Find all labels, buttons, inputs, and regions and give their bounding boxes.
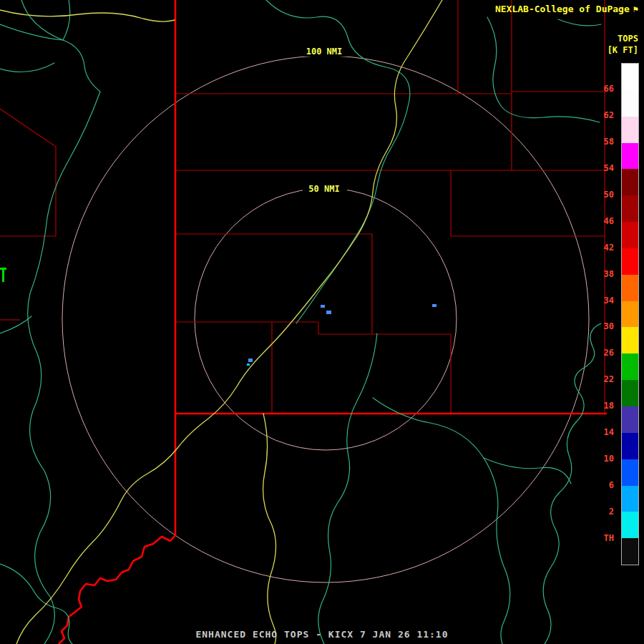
colorbar-label: 62 — [604, 110, 614, 120]
colorbar-label: 34 — [604, 296, 614, 306]
county-boundaries — [0, 0, 605, 414]
colorbar-segment — [622, 301, 638, 328]
colorbar-segment — [622, 275, 638, 301]
marker — [2, 268, 4, 282]
colorbar-segment — [622, 538, 638, 565]
colorbar-labels: 66625854504642383430262218141062TH — [592, 63, 614, 565]
colorbar-segment — [622, 406, 638, 433]
echo-cell — [326, 311, 331, 314]
colorbar-segment — [622, 380, 638, 406]
radar-map: 100 NMI 50 NMI — [0, 0, 644, 644]
colorbar-segment — [622, 459, 638, 486]
product-caption: ENHANCED ECHO TOPS - KICX 7 JAN 26 11:10 — [0, 629, 644, 640]
colorbar-segment — [622, 486, 638, 512]
colorbar-label: 66 — [604, 84, 614, 94]
green-edge-marker — [0, 268, 6, 282]
colorbar-label: 46 — [604, 216, 614, 226]
colorbar-segment — [622, 169, 638, 195]
colorbar-segment — [622, 222, 638, 248]
river — [0, 24, 63, 40]
colorbar-segment — [622, 512, 638, 538]
range-ring-labels: 100 NMI 50 NMI — [298, 45, 351, 194]
radar-echoes — [247, 304, 436, 366]
river — [0, 63, 54, 72]
river — [0, 316, 31, 333]
river — [21, 0, 100, 644]
colorbar-label: 54 — [604, 163, 614, 173]
colorbar-label: 22 — [604, 374, 614, 384]
colorbar-segment — [622, 248, 638, 275]
colorbar-label: 58 — [604, 137, 614, 147]
colorbar-unit: [K FT] — [608, 45, 638, 55]
colorbar-segment — [622, 64, 638, 90]
colorbar-label: 30 — [604, 321, 614, 331]
colorbar-segment — [622, 327, 638, 353]
river — [373, 398, 510, 644]
echo-cell — [247, 364, 250, 366]
colorbar-segment — [622, 117, 638, 143]
range-ring-50nmi — [195, 188, 457, 450]
nexlab-logo-icon: ⚑ — [633, 5, 638, 14]
river — [318, 333, 377, 644]
echo-cell — [321, 305, 325, 308]
county-line — [0, 109, 56, 147]
road — [0, 10, 175, 21]
river — [484, 458, 571, 484]
colorbar-segment — [622, 353, 638, 380]
brand-text: NEXLAB-College of DuPage — [495, 4, 630, 14]
colorbar-segment — [622, 433, 638, 459]
colorbar — [621, 63, 639, 565]
echo-cell — [432, 304, 436, 307]
colorbar-segment — [622, 195, 638, 222]
brand-bar: NEXLAB-College of DuPage ⚑ — [495, 4, 638, 14]
colorbar-label: 18 — [604, 401, 614, 411]
echo-cell — [248, 358, 253, 362]
colorbar-label: 50 — [604, 190, 614, 200]
ring-label-50nmi: 50 NMI — [308, 184, 339, 194]
colorbar-label: 6 — [609, 480, 614, 490]
colorbar-title: TOPS — [618, 34, 638, 44]
colorbar-label: 10 — [604, 454, 614, 464]
colorbar-label: 14 — [604, 427, 614, 437]
colorbar-label: 42 — [604, 243, 614, 253]
road — [263, 414, 276, 644]
colorbar-segment — [622, 90, 638, 117]
state-line — [59, 414, 175, 644]
colorbar-label: 2 — [609, 507, 614, 517]
range-rings — [62, 56, 589, 582]
river — [63, 0, 70, 40]
colorbar-segment — [622, 143, 638, 170]
colorbar-label: 38 — [604, 269, 614, 279]
colorbar-label: TH — [604, 533, 614, 543]
river — [487, 17, 600, 122]
state-boundaries — [59, 0, 607, 644]
ring-label-100nmi: 100 NMI — [306, 47, 343, 57]
river — [558, 19, 601, 26]
colorbar-label: 26 — [604, 348, 614, 358]
range-ring-100nmi — [62, 56, 589, 582]
